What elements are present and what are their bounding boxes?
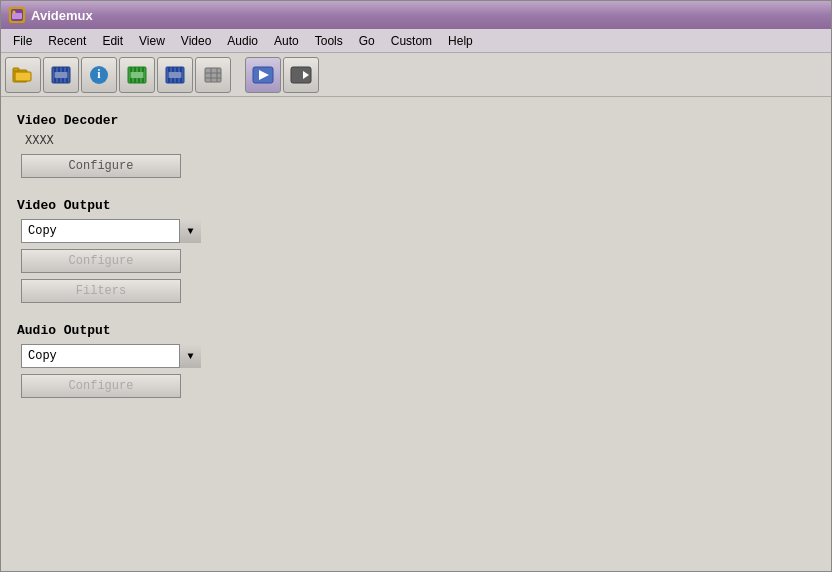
svg-rect-36 [205, 68, 221, 82]
svg-rect-18 [134, 67, 136, 72]
svg-rect-11 [54, 78, 56, 83]
menu-auto[interactable]: Auto [266, 32, 307, 50]
svg-rect-9 [62, 67, 64, 72]
svg-rect-30 [180, 67, 182, 72]
video-output-select-wrapper: Copy None MPEG-4 AVC (x264) MPEG-4 ASP (… [21, 219, 201, 243]
svg-rect-4 [13, 68, 19, 71]
toolbar: i [1, 53, 831, 97]
open-button[interactable] [5, 57, 41, 93]
svg-rect-28 [172, 67, 174, 72]
menu-go[interactable]: Go [351, 32, 383, 50]
video-output-label: Video Output [17, 198, 815, 213]
svg-rect-10 [66, 67, 68, 72]
menu-custom[interactable]: Custom [383, 32, 440, 50]
audio-output-configure-button[interactable]: Configure [21, 374, 181, 398]
svg-rect-1 [12, 13, 22, 19]
app-title: Avidemux [31, 8, 93, 23]
menu-recent[interactable]: Recent [40, 32, 94, 50]
toolbar-separator2 [239, 57, 243, 93]
audio-output-select[interactable]: Copy None AAC MP3 [21, 344, 201, 368]
menu-edit[interactable]: Edit [94, 32, 131, 50]
video-decoder-label: Video Decoder [17, 113, 815, 128]
svg-rect-29 [176, 67, 178, 72]
main-window: Avidemux File Recent Edit View Video Aud… [0, 0, 832, 572]
svg-rect-21 [130, 78, 132, 83]
menu-audio[interactable]: Audio [219, 32, 266, 50]
svg-rect-24 [142, 78, 144, 83]
svg-rect-19 [138, 67, 140, 72]
audio-props-button[interactable] [157, 57, 193, 93]
menu-tools[interactable]: Tools [307, 32, 351, 50]
svg-rect-8 [58, 67, 60, 72]
svg-rect-12 [58, 78, 60, 83]
format-button[interactable] [195, 57, 231, 93]
menu-file[interactable]: File [5, 32, 40, 50]
toolbar-group-right [245, 57, 319, 93]
svg-rect-32 [172, 78, 174, 83]
play-button[interactable] [245, 57, 281, 93]
svg-rect-33 [176, 78, 178, 83]
svg-rect-20 [142, 67, 144, 72]
video-props-button[interactable] [119, 57, 155, 93]
svg-rect-22 [134, 78, 136, 83]
title-bar: Avidemux [1, 1, 831, 29]
svg-rect-34 [180, 78, 182, 83]
menu-help[interactable]: Help [440, 32, 481, 50]
export-button[interactable] [283, 57, 319, 93]
svg-rect-23 [138, 78, 140, 83]
toolbar-separator [233, 57, 237, 93]
video-decoder-configure-button[interactable]: Configure [21, 154, 181, 178]
video-output-filters-button[interactable]: Filters [21, 279, 181, 303]
svg-point-2 [13, 11, 16, 14]
audio-output-label: Audio Output [17, 323, 815, 338]
menu-view[interactable]: View [131, 32, 173, 50]
svg-rect-27 [168, 67, 170, 72]
svg-rect-15 [55, 72, 67, 78]
save-button[interactable] [43, 57, 79, 93]
app-icon [9, 7, 25, 23]
svg-rect-35 [169, 72, 181, 78]
svg-rect-25 [131, 72, 143, 78]
video-output-configure-button[interactable]: Configure [21, 249, 181, 273]
content-area: Video Decoder XXXX Configure Video Outpu… [1, 97, 831, 571]
menu-bar: File Recent Edit View Video Audio Auto T… [1, 29, 831, 53]
video-decoder-codec: XXXX [25, 134, 815, 148]
toolbar-group-left: i [5, 57, 231, 93]
audio-output-select-wrapper: Copy None AAC MP3 ▼ [21, 344, 201, 368]
svg-rect-14 [66, 78, 68, 83]
info-button[interactable]: i [81, 57, 117, 93]
menu-video[interactable]: Video [173, 32, 219, 50]
svg-rect-13 [62, 78, 64, 83]
svg-rect-7 [54, 67, 56, 72]
svg-rect-31 [168, 78, 170, 83]
svg-rect-5 [15, 72, 31, 81]
svg-rect-17 [130, 67, 132, 72]
info-icon: i [90, 66, 108, 84]
video-output-select[interactable]: Copy None MPEG-4 AVC (x264) MPEG-4 ASP (… [21, 219, 201, 243]
